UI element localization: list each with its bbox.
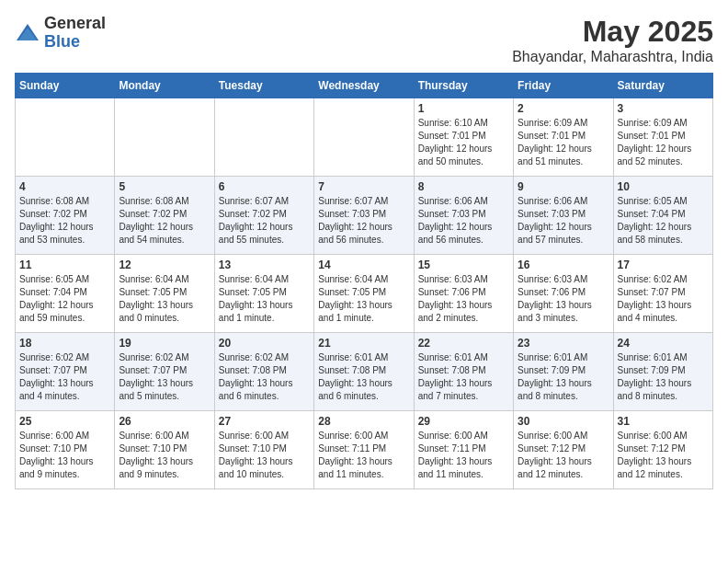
day-info: Sunrise: 6:04 AM Sunset: 7:05 PM Dayligh… <box>318 273 409 325</box>
day-info: Sunrise: 6:04 AM Sunset: 7:05 PM Dayligh… <box>219 273 310 325</box>
day-number: 4 <box>19 180 110 193</box>
day-info: Sunrise: 6:02 AM Sunset: 7:07 PM Dayligh… <box>19 351 110 403</box>
calendar-cell: 13Sunrise: 6:04 AM Sunset: 7:05 PM Dayli… <box>214 255 313 333</box>
day-number: 30 <box>518 415 609 428</box>
day-info: Sunrise: 6:00 AM Sunset: 7:10 PM Dayligh… <box>19 430 110 481</box>
calendar-week-row: 11Sunrise: 6:05 AM Sunset: 7:04 PM Dayli… <box>16 255 713 333</box>
weekday-header: Sunday <box>16 74 115 98</box>
day-number: 29 <box>418 415 509 428</box>
title-block: May 2025 Bhayandar, Maharashtra, India <box>512 15 713 65</box>
day-info: Sunrise: 6:07 AM Sunset: 7:02 PM Dayligh… <box>219 195 310 247</box>
day-info: Sunrise: 6:05 AM Sunset: 7:04 PM Dayligh… <box>19 273 110 325</box>
day-info: Sunrise: 6:01 AM Sunset: 7:09 PM Dayligh… <box>618 351 709 403</box>
day-number: 14 <box>318 259 409 271</box>
day-number: 13 <box>219 259 310 271</box>
calendar-cell: 30Sunrise: 6:00 AM Sunset: 7:12 PM Dayli… <box>514 411 613 489</box>
day-info: Sunrise: 6:02 AM Sunset: 7:08 PM Dayligh… <box>219 351 310 403</box>
day-number: 17 <box>618 259 709 271</box>
day-info: Sunrise: 6:09 AM Sunset: 7:01 PM Dayligh… <box>618 117 709 168</box>
day-info: Sunrise: 6:06 AM Sunset: 7:03 PM Dayligh… <box>418 195 509 247</box>
calendar-cell <box>314 98 414 177</box>
calendar-cell: 15Sunrise: 6:03 AM Sunset: 7:06 PM Dayli… <box>414 255 513 333</box>
calendar-cell: 22Sunrise: 6:01 AM Sunset: 7:08 PM Dayli… <box>414 333 513 411</box>
calendar-week-row: 4Sunrise: 6:08 AM Sunset: 7:02 PM Daylig… <box>16 177 713 255</box>
calendar-cell: 4Sunrise: 6:08 AM Sunset: 7:02 PM Daylig… <box>16 177 115 255</box>
calendar-week-row: 1Sunrise: 6:10 AM Sunset: 7:01 PM Daylig… <box>16 98 713 177</box>
month-title: May 2025 <box>512 15 713 49</box>
day-number: 10 <box>618 180 709 193</box>
calendar-cell: 29Sunrise: 6:00 AM Sunset: 7:11 PM Dayli… <box>414 411 513 489</box>
day-number: 2 <box>518 102 609 115</box>
calendar-cell: 17Sunrise: 6:02 AM Sunset: 7:07 PM Dayli… <box>613 255 712 333</box>
logo: General Blue <box>15 15 106 52</box>
day-number: 25 <box>19 415 110 428</box>
day-number: 24 <box>618 337 709 350</box>
logo-text: General Blue <box>44 15 106 52</box>
day-number: 3 <box>618 102 709 115</box>
weekday-header-row: SundayMondayTuesdayWednesdayThursdayFrid… <box>16 74 713 98</box>
day-number: 18 <box>19 337 110 350</box>
day-number: 23 <box>518 337 609 350</box>
day-number: 27 <box>219 415 310 428</box>
logo-icon <box>15 20 40 46</box>
weekday-header: Saturday <box>613 74 712 98</box>
day-number: 21 <box>318 337 409 350</box>
calendar-cell: 26Sunrise: 6:00 AM Sunset: 7:10 PM Dayli… <box>115 411 214 489</box>
day-number: 11 <box>19 259 110 271</box>
day-info: Sunrise: 6:02 AM Sunset: 7:07 PM Dayligh… <box>618 273 709 325</box>
calendar-cell: 11Sunrise: 6:05 AM Sunset: 7:04 PM Dayli… <box>16 255 115 333</box>
calendar-table: SundayMondayTuesdayWednesdayThursdayFrid… <box>15 73 713 489</box>
day-info: Sunrise: 6:04 AM Sunset: 7:05 PM Dayligh… <box>119 273 210 325</box>
calendar-cell: 24Sunrise: 6:01 AM Sunset: 7:09 PM Dayli… <box>613 333 712 411</box>
day-number: 20 <box>219 337 310 350</box>
calendar-cell: 7Sunrise: 6:07 AM Sunset: 7:03 PM Daylig… <box>314 177 414 255</box>
day-number: 9 <box>518 180 609 193</box>
calendar-cell: 18Sunrise: 6:02 AM Sunset: 7:07 PM Dayli… <box>16 333 115 411</box>
calendar-cell <box>115 98 214 177</box>
calendar-week-row: 18Sunrise: 6:02 AM Sunset: 7:07 PM Dayli… <box>16 333 713 411</box>
calendar-cell: 9Sunrise: 6:06 AM Sunset: 7:03 PM Daylig… <box>514 177 613 255</box>
day-info: Sunrise: 6:07 AM Sunset: 7:03 PM Dayligh… <box>318 195 409 247</box>
day-number: 7 <box>318 180 409 193</box>
day-info: Sunrise: 6:01 AM Sunset: 7:08 PM Dayligh… <box>318 351 409 403</box>
day-number: 8 <box>418 180 509 193</box>
day-info: Sunrise: 6:01 AM Sunset: 7:09 PM Dayligh… <box>518 351 609 403</box>
day-info: Sunrise: 6:10 AM Sunset: 7:01 PM Dayligh… <box>418 117 509 168</box>
weekday-header: Thursday <box>414 74 513 98</box>
day-number: 26 <box>119 415 210 428</box>
calendar-cell: 8Sunrise: 6:06 AM Sunset: 7:03 PM Daylig… <box>414 177 513 255</box>
calendar-week-row: 25Sunrise: 6:00 AM Sunset: 7:10 PM Dayli… <box>16 411 713 489</box>
day-info: Sunrise: 6:09 AM Sunset: 7:01 PM Dayligh… <box>518 117 609 168</box>
weekday-header: Wednesday <box>314 74 414 98</box>
calendar-cell: 5Sunrise: 6:08 AM Sunset: 7:02 PM Daylig… <box>115 177 214 255</box>
calendar-cell: 28Sunrise: 6:00 AM Sunset: 7:11 PM Dayli… <box>314 411 414 489</box>
day-number: 16 <box>518 259 609 271</box>
day-info: Sunrise: 6:05 AM Sunset: 7:04 PM Dayligh… <box>618 195 709 247</box>
logo-blue: Blue <box>44 33 106 52</box>
day-info: Sunrise: 6:00 AM Sunset: 7:12 PM Dayligh… <box>518 430 609 481</box>
day-info: Sunrise: 6:03 AM Sunset: 7:06 PM Dayligh… <box>518 273 609 325</box>
day-info: Sunrise: 6:01 AM Sunset: 7:08 PM Dayligh… <box>418 351 509 403</box>
calendar-cell: 20Sunrise: 6:02 AM Sunset: 7:08 PM Dayli… <box>214 333 313 411</box>
weekday-header: Tuesday <box>214 74 313 98</box>
calendar-cell <box>16 98 115 177</box>
weekday-header: Friday <box>514 74 613 98</box>
day-number: 6 <box>219 180 310 193</box>
day-number: 5 <box>119 180 210 193</box>
calendar-cell: 25Sunrise: 6:00 AM Sunset: 7:10 PM Dayli… <box>16 411 115 489</box>
day-info: Sunrise: 6:00 AM Sunset: 7:12 PM Dayligh… <box>618 430 709 481</box>
logo-general: General <box>44 15 106 33</box>
calendar-cell: 14Sunrise: 6:04 AM Sunset: 7:05 PM Dayli… <box>314 255 414 333</box>
calendar-cell: 19Sunrise: 6:02 AM Sunset: 7:07 PM Dayli… <box>115 333 214 411</box>
location-title: Bhayandar, Maharashtra, India <box>512 49 713 65</box>
calendar-header: SundayMondayTuesdayWednesdayThursdayFrid… <box>16 74 713 98</box>
calendar-cell: 27Sunrise: 6:00 AM Sunset: 7:10 PM Dayli… <box>214 411 313 489</box>
day-info: Sunrise: 6:00 AM Sunset: 7:11 PM Dayligh… <box>418 430 509 481</box>
calendar-cell: 23Sunrise: 6:01 AM Sunset: 7:09 PM Dayli… <box>514 333 613 411</box>
calendar-cell: 3Sunrise: 6:09 AM Sunset: 7:01 PM Daylig… <box>613 98 712 177</box>
calendar-cell: 12Sunrise: 6:04 AM Sunset: 7:05 PM Dayli… <box>115 255 214 333</box>
day-info: Sunrise: 6:08 AM Sunset: 7:02 PM Dayligh… <box>19 195 110 247</box>
day-info: Sunrise: 6:00 AM Sunset: 7:11 PM Dayligh… <box>318 430 409 481</box>
day-number: 15 <box>418 259 509 271</box>
day-number: 19 <box>119 337 210 350</box>
